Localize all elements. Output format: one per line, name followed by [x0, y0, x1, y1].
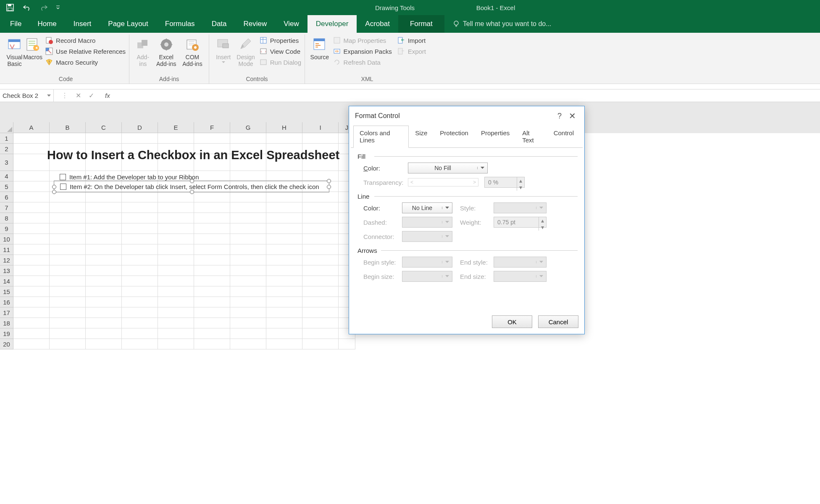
cell[interactable]: [266, 234, 302, 244]
cell[interactable]: [50, 276, 86, 286]
cell[interactable]: [266, 192, 302, 202]
cell[interactable]: [122, 307, 158, 318]
redo-icon[interactable]: [38, 2, 50, 13]
view-code-button[interactable]: View Code: [259, 47, 301, 55]
cell[interactable]: [122, 202, 158, 213]
cell[interactable]: [50, 223, 86, 234]
cell[interactable]: [302, 307, 339, 318]
tab-home[interactable]: Home: [29, 15, 65, 33]
cell[interactable]: [50, 234, 86, 244]
column-header[interactable]: F: [194, 122, 230, 133]
cell[interactable]: [158, 255, 194, 265]
cell[interactable]: [230, 318, 266, 328]
properties-button[interactable]: Properties: [259, 36, 301, 45]
com-addins-button[interactable]: COM Add-ins: [179, 34, 205, 67]
tab-view[interactable]: View: [275, 15, 308, 33]
cell[interactable]: [194, 286, 230, 297]
tab-format[interactable]: Format: [398, 15, 444, 33]
cell[interactable]: [50, 133, 86, 144]
cell[interactable]: [266, 328, 302, 339]
cell[interactable]: [302, 133, 339, 144]
cell[interactable]: [86, 213, 122, 223]
source-button[interactable]: Source: [308, 34, 331, 60]
cell[interactable]: [50, 265, 86, 276]
name-box[interactable]: Check Box 2: [0, 89, 54, 102]
cell[interactable]: [13, 171, 50, 181]
row-header[interactable]: 18: [0, 318, 13, 328]
cell[interactable]: [122, 297, 158, 307]
cell[interactable]: [158, 213, 194, 223]
cell[interactable]: [86, 276, 122, 286]
row-header[interactable]: 9: [0, 223, 13, 234]
tab-review[interactable]: Review: [235, 15, 276, 33]
cell[interactable]: [122, 286, 158, 297]
cell[interactable]: [13, 133, 50, 144]
formula-expand-icon[interactable]: ⋮: [61, 92, 68, 100]
cell[interactable]: [86, 223, 122, 234]
cell[interactable]: [122, 328, 158, 339]
cell[interactable]: [122, 213, 158, 223]
cell[interactable]: [86, 244, 122, 255]
cell[interactable]: [194, 244, 230, 255]
cancel-formula-icon[interactable]: ✕: [76, 92, 81, 100]
cell[interactable]: [13, 234, 50, 244]
cell[interactable]: [158, 244, 194, 255]
cell[interactable]: [230, 276, 266, 286]
cell[interactable]: [158, 297, 194, 307]
cell[interactable]: [50, 244, 86, 255]
cell[interactable]: [302, 234, 339, 244]
cell[interactable]: [86, 339, 122, 349]
cell[interactable]: [194, 223, 230, 234]
cell[interactable]: [266, 244, 302, 255]
row-header[interactable]: 15: [0, 286, 13, 297]
cell[interactable]: [266, 276, 302, 286]
cell[interactable]: [302, 255, 339, 265]
cell[interactable]: [122, 276, 158, 286]
cell[interactable]: [13, 255, 50, 265]
resize-handle[interactable]: [52, 185, 56, 189]
accept-formula-icon[interactable]: ✓: [89, 92, 94, 100]
cancel-button[interactable]: Cancel: [538, 315, 578, 328]
cell[interactable]: [13, 307, 50, 318]
resize-handle[interactable]: [190, 190, 194, 194]
row-header[interactable]: 3: [0, 154, 13, 171]
cell[interactable]: [50, 202, 86, 213]
cell[interactable]: [194, 297, 230, 307]
checkbox-control-1[interactable]: Item #1: Add the Developer tab to your R…: [60, 173, 199, 181]
cell[interactable]: [302, 297, 339, 307]
cell[interactable]: [50, 297, 86, 307]
import-button[interactable]: Import: [397, 36, 426, 45]
cell[interactable]: [13, 244, 50, 255]
cell[interactable]: [302, 276, 339, 286]
cell[interactable]: [158, 339, 194, 349]
cell[interactable]: [158, 328, 194, 339]
dialog-tab-properties[interactable]: Properties: [475, 126, 516, 147]
cell[interactable]: [230, 171, 266, 181]
cell[interactable]: [302, 244, 339, 255]
checkbox-control-2[interactable]: Item #2: On the Developer tab click Inse…: [60, 183, 319, 190]
visual-basic-button[interactable]: Visual Basic: [6, 34, 23, 67]
cell[interactable]: [158, 192, 194, 202]
cell[interactable]: [302, 192, 339, 202]
cell[interactable]: [302, 223, 339, 234]
map-properties-button[interactable]: Map Properties: [333, 36, 392, 45]
undo-icon[interactable]: [21, 2, 33, 13]
cell[interactable]: [194, 318, 230, 328]
cell[interactable]: [122, 192, 158, 202]
row-header[interactable]: 11: [0, 244, 13, 255]
cell[interactable]: [302, 286, 339, 297]
cell[interactable]: [13, 286, 50, 297]
cell[interactable]: [50, 307, 86, 318]
cell[interactable]: [266, 307, 302, 318]
resize-handle[interactable]: [190, 179, 194, 183]
fx-icon[interactable]: fx: [102, 92, 110, 99]
cell[interactable]: [122, 255, 158, 265]
cell[interactable]: [230, 213, 266, 223]
cell[interactable]: [194, 234, 230, 244]
cell[interactable]: [158, 265, 194, 276]
cell[interactable]: [13, 265, 50, 276]
column-header[interactable]: C: [86, 122, 122, 133]
cell[interactable]: [86, 307, 122, 318]
row-header[interactable]: 13: [0, 265, 13, 276]
cell[interactable]: [230, 192, 266, 202]
